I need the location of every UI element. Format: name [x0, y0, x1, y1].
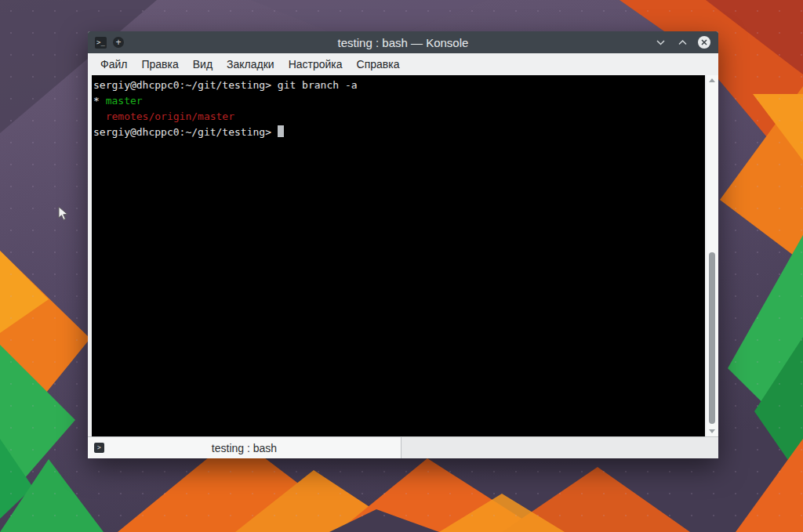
close-button[interactable]	[698, 36, 710, 49]
menu-item-bookmarks[interactable]: Закладки	[220, 54, 282, 74]
chevron-up-icon	[678, 40, 687, 45]
scroll-up-icon[interactable]	[709, 78, 715, 82]
tabbar-empty-space	[402, 437, 718, 458]
new-tab-icon[interactable]: +	[113, 37, 124, 48]
tabbar: > testing : bash	[88, 436, 718, 458]
mouse-cursor-icon	[58, 206, 69, 222]
terminal-line: * master	[93, 93, 703, 109]
terminal-text-segment: remotes/origin/master	[106, 110, 234, 122]
terminal-tab-icon: >	[94, 443, 104, 453]
menu-item-settings[interactable]: Настройка	[282, 54, 350, 74]
menu-item-file[interactable]: Файл	[93, 54, 134, 74]
menu-item-help[interactable]: Справка	[350, 54, 407, 74]
terminal-line: sergiy@dhcppc0:~/git/testing> git branch…	[93, 78, 703, 93]
chevron-down-icon	[656, 40, 665, 45]
tab-label: testing : bash	[212, 442, 277, 454]
scrollbar-thumb[interactable]	[709, 252, 715, 424]
menu-item-view[interactable]: Вид	[186, 54, 220, 74]
terminal-text-segment: git branch -a	[278, 79, 358, 91]
konsole-app-icon: >_	[95, 37, 107, 49]
terminal-screen[interactable]: sergiy@dhcppc0:~/git/testing> git branch…	[92, 75, 705, 436]
titlebar[interactable]: >_ + testing : bash — Konsole	[88, 31, 718, 53]
terminal-cursor	[278, 125, 284, 137]
tab-testing-bash[interactable]: > testing : bash	[88, 437, 402, 458]
konsole-window: >_ + testing : bash — Konsole	[88, 31, 718, 458]
terminal-text-segment: sergiy@dhcppc0:~/git/testing>	[93, 126, 278, 138]
menu-item-edit[interactable]: Правка	[134, 54, 185, 74]
terminal-text-segment: master	[106, 95, 143, 107]
terminal-line: sergiy@dhcppc0:~/git/testing>	[93, 125, 703, 140]
terminal-text-segment: *	[93, 95, 106, 107]
terminal-line: remotes/origin/master	[93, 109, 703, 125]
menubar: ФайлПравкаВидЗакладкиНастройкаСправка	[88, 53, 718, 75]
terminal-area: sergiy@dhcppc0:~/git/testing> git branch…	[88, 75, 718, 436]
window-title: testing : bash — Konsole	[88, 36, 718, 49]
scroll-down-icon[interactable]	[709, 429, 715, 433]
maximize-button[interactable]	[676, 36, 689, 49]
terminal-text-segment	[93, 110, 106, 122]
desktop: >_ + testing : bash — Konsole	[0, 0, 803, 532]
minimize-button[interactable]	[654, 36, 667, 49]
close-icon	[701, 39, 707, 45]
terminal-text-segment: sergiy@dhcppc0:~/git/testing>	[93, 79, 278, 91]
terminal-scrollbar[interactable]	[707, 75, 718, 436]
